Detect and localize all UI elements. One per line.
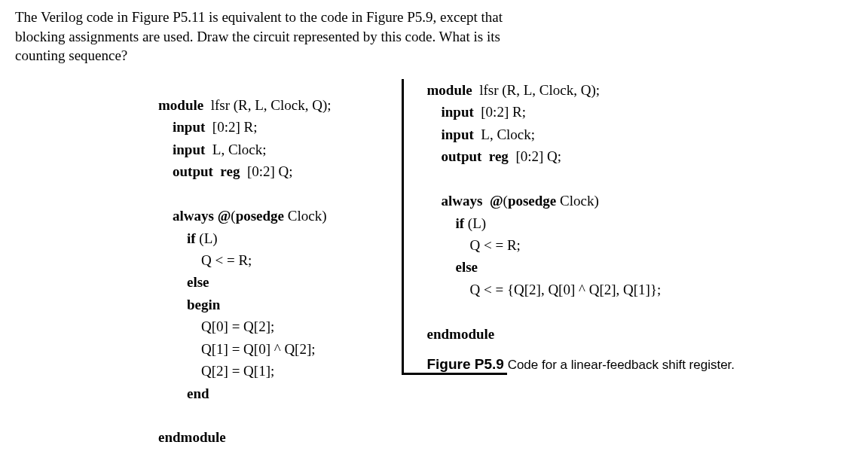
- left-code-block: module lfsr (R, L, Clock, Q); input [0:2…: [158, 79, 402, 454]
- right-wrapper: module lfsr (R, L, Clock, Q); input [0:2…: [402, 79, 735, 373]
- divider-bottom: [402, 373, 507, 375]
- figure-caption-right: Code for a linear-feedback shift registe…: [504, 358, 735, 372]
- question-line2: blocking assignments are used. Draw the …: [15, 29, 500, 44]
- code-right: module lfsr (R, L, Clock, Q); input [0:2…: [426, 79, 735, 345]
- code-left: module lfsr (R, L, Clock, Q); input [0:2…: [158, 94, 379, 449]
- right-caption: Figure P5.9 Code for a linear-feedback s…: [426, 356, 735, 373]
- right-code-block: module lfsr (R, L, Clock, Q); input [0:2…: [402, 79, 735, 373]
- code-section: module lfsr (R, L, Clock, Q); input [0:2…: [158, 79, 853, 454]
- question-line3: counting sequence?: [15, 47, 127, 63]
- question-text: The Verilog code in Figure P5.11 is equi…: [15, 8, 656, 66]
- figure-label-right: Figure P5.9: [426, 356, 503, 372]
- question-line1: The Verilog code in Figure P5.11 is equi…: [15, 9, 503, 25]
